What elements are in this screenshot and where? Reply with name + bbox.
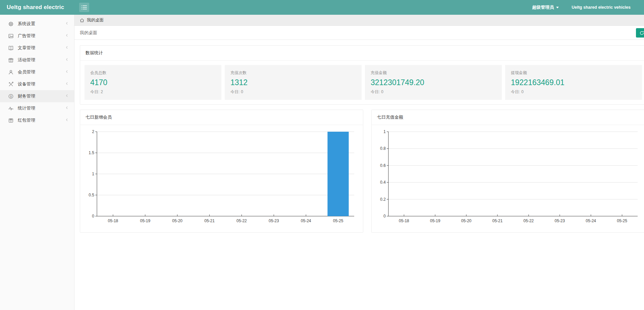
dollar-circle-icon: $: [8, 94, 14, 99]
sidebar-item-label: 文章管理: [18, 45, 65, 51]
svg-text:1.5: 1.5: [89, 150, 94, 155]
stat-today-label: 今日:: [511, 89, 520, 94]
stat-today-label: 今日:: [371, 89, 380, 94]
sidebar-item-label: 财务管理: [18, 93, 65, 99]
svg-text:0.5: 0.5: [89, 193, 94, 197]
tools-icon: [8, 81, 14, 87]
top-header-bar: Ueltg shared electric 超级管理员 Ueltg shared…: [0, 0, 644, 15]
svg-text:0.6: 0.6: [380, 163, 386, 168]
svg-text:05-24: 05-24: [301, 219, 311, 223]
chevron-left-icon: [65, 57, 69, 63]
pulse-icon: [8, 106, 14, 111]
chevron-left-icon: [65, 105, 69, 111]
svg-text:1: 1: [92, 172, 94, 176]
stat-today-value: 0: [381, 89, 383, 94]
user-icon: [8, 69, 14, 75]
chevron-left-icon: [65, 69, 69, 75]
sidebar-nav: 系统设置 广告管理 文章管理: [0, 15, 74, 310]
chevron-left-icon: [65, 21, 69, 27]
chevron-down-icon: [556, 7, 559, 8]
stat-tile-total-members: 会员总数 4170 今日:2: [85, 65, 221, 100]
svg-text:0: 0: [383, 214, 386, 219]
sidebar-item-label: 会员管理: [18, 69, 65, 75]
stat-label: 提现金额: [511, 70, 636, 76]
stat-value: 3212301749.20: [371, 78, 496, 87]
stat-today-label: 今日:: [90, 89, 99, 94]
stat-value: 1922163469.01: [511, 78, 636, 87]
sidebar-item-member-management[interactable]: 会员管理: [0, 66, 74, 78]
stat-tile-recharge-count: 充值次数 1312 今日:0: [225, 65, 362, 100]
sidebar-item-ad-management[interactable]: 广告管理: [0, 30, 74, 42]
stat-tile-recharge-amount: 充值金额 3212301749.20 今日:0: [365, 65, 502, 100]
chart-card-new-members: 七日新增会员 00.511.5205-1805-1905-2005-2105-2…: [80, 110, 363, 233]
svg-text:05-20: 05-20: [172, 219, 182, 223]
svg-text:2: 2: [92, 129, 94, 134]
svg-text:05-22: 05-22: [524, 219, 534, 223]
user-role-dropdown[interactable]: 超级管理员: [532, 4, 559, 10]
stat-value: 4170: [90, 78, 216, 87]
chevron-left-icon: [65, 117, 69, 123]
user-role-label: 超级管理员: [532, 4, 554, 10]
stat-value: 1312: [230, 78, 356, 87]
content-area: 数据统计 会员总数 4170 今日:2 充值次数 1312 今日:0 充值金额: [74, 40, 644, 238]
page-title: 我的桌面: [80, 30, 97, 36]
chevron-left-icon: [65, 33, 69, 39]
gift-icon: [8, 57, 14, 63]
brand-title: Ueltg shared electric: [0, 4, 74, 11]
stat-today-value: 2: [101, 89, 103, 94]
sidebar-item-red-packet-management[interactable]: 红包管理: [0, 114, 74, 126]
stat-label: 充值金额: [371, 70, 496, 76]
stats-section-title: 数据统计: [80, 46, 644, 61]
hamburger-icon: [81, 5, 87, 10]
home-icon[interactable]: [79, 18, 85, 23]
svg-text:05-21: 05-21: [204, 219, 215, 223]
chevron-left-icon: [65, 45, 69, 51]
svg-text:05-19: 05-19: [430, 219, 440, 223]
sidebar-item-finance-management[interactable]: $ 财务管理: [0, 90, 74, 102]
image-icon: [8, 33, 14, 39]
sidebar-item-label: 系统设置: [18, 21, 65, 27]
svg-text:0: 0: [92, 214, 94, 219]
svg-text:05-24: 05-24: [586, 219, 596, 223]
book-icon: [8, 45, 14, 51]
stats-card: 数据统计 会员总数 4170 今日:2 充值次数 1312 今日:0 充值金额: [80, 45, 644, 105]
stat-tile-withdraw-amount: 提现金额 1922163469.01 今日:0: [505, 65, 642, 100]
sidebar-item-label: 红包管理: [18, 117, 65, 123]
gear-icon: [8, 21, 14, 27]
svg-text:$: $: [10, 95, 12, 98]
sidebar-item-label: 统计管理: [18, 105, 65, 111]
sidebar-toggle-button[interactable]: [79, 3, 89, 12]
chart-title: 七日新增会员: [80, 110, 363, 125]
stat-label: 会员总数: [90, 70, 216, 76]
bar-chart-recharge-amount: 00.20.40.60.8105-1805-1905-2005-2105-220…: [376, 128, 642, 228]
svg-text:05-19: 05-19: [140, 219, 150, 223]
svg-text:1: 1: [383, 129, 386, 134]
stat-today-label: 今日:: [230, 89, 239, 94]
stat-today-value: 0: [521, 89, 524, 94]
svg-text:0.2: 0.2: [380, 197, 386, 202]
svg-text:05-23: 05-23: [554, 219, 565, 223]
svg-text:05-25: 05-25: [617, 219, 627, 223]
sidebar-item-system-settings[interactable]: 系统设置: [0, 18, 74, 30]
svg-text:05-20: 05-20: [461, 219, 472, 223]
breadcrumb: 我的桌面: [74, 15, 644, 26]
chevron-left-icon: [65, 81, 69, 87]
chart-card-recharge-amount: 七日充值金额 00.20.40.60.8105-1805-1905-2005-2…: [371, 110, 644, 233]
stat-label: 充值次数: [230, 70, 356, 76]
chart-title: 七日充值金额: [372, 110, 644, 125]
svg-text:05-21: 05-21: [492, 219, 503, 223]
company-name: Ueltg shared electric vehicles: [572, 5, 631, 10]
chevron-left-icon: [65, 93, 69, 99]
sidebar-item-statistics-management[interactable]: 统计管理: [0, 102, 74, 114]
breadcrumb-current[interactable]: 我的桌面: [87, 17, 104, 23]
sidebar-item-activity-management[interactable]: 活动管理: [0, 54, 74, 66]
refresh-icon: [639, 30, 644, 36]
sidebar-item-device-management[interactable]: 设备管理: [0, 78, 74, 90]
refresh-button[interactable]: [636, 28, 644, 38]
sidebar-item-article-management[interactable]: 文章管理: [0, 42, 74, 54]
svg-text:05-22: 05-22: [236, 219, 247, 223]
stat-today-value: 0: [241, 89, 243, 94]
bar-chart-new-members: 00.511.5205-1805-1905-2005-2105-2205-230…: [84, 128, 359, 228]
svg-text:0.8: 0.8: [380, 146, 386, 151]
panel-header: 我的桌面: [74, 26, 644, 40]
